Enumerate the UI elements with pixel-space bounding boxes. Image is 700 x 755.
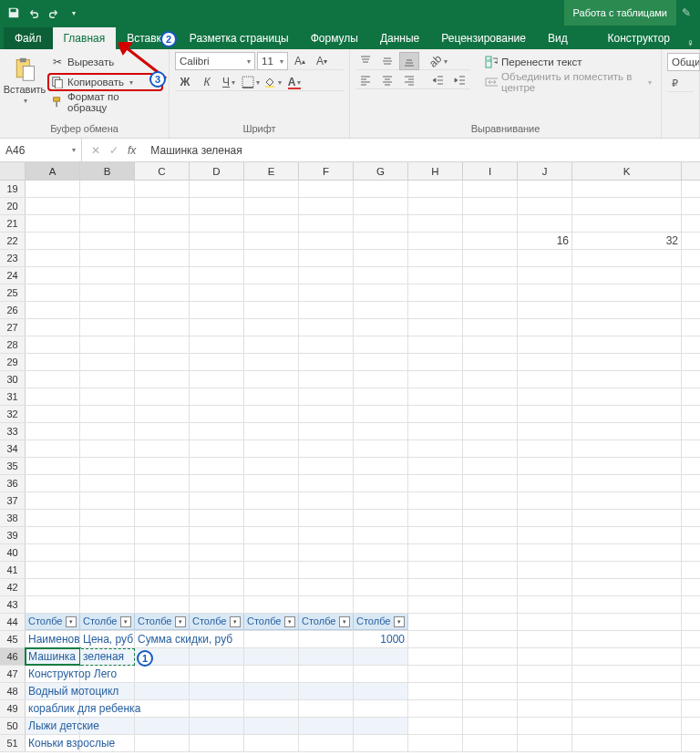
cell[interactable] xyxy=(518,458,572,474)
cell[interactable]: Наименов xyxy=(26,631,80,647)
cell[interactable] xyxy=(80,700,135,717)
cell[interactable] xyxy=(26,250,80,266)
row-header[interactable]: 49 xyxy=(0,700,26,717)
row-header[interactable]: 48 xyxy=(0,683,26,699)
cell[interactable] xyxy=(572,475,682,491)
cell[interactable] xyxy=(26,423,80,440)
align-middle-button[interactable] xyxy=(377,52,397,70)
row-header[interactable]: 20 xyxy=(0,198,26,214)
filter-icon[interactable]: ▾ xyxy=(284,616,295,627)
cell[interactable] xyxy=(518,371,572,388)
cell[interactable] xyxy=(354,492,408,509)
cell[interactable] xyxy=(80,527,135,543)
cell[interactable] xyxy=(463,700,518,717)
cell[interactable] xyxy=(299,475,354,491)
cell[interactable] xyxy=(244,683,299,699)
cell[interactable] xyxy=(463,371,518,388)
cell[interactable] xyxy=(135,527,190,543)
cell[interactable] xyxy=(354,458,408,474)
cell[interactable] xyxy=(354,735,408,751)
cell[interactable] xyxy=(190,267,244,284)
cell[interactable] xyxy=(408,735,463,751)
cell[interactable] xyxy=(299,406,354,422)
copy-button[interactable]: Копировать ▾ xyxy=(47,73,163,91)
italic-button[interactable]: К xyxy=(197,73,217,91)
cell[interactable] xyxy=(299,250,354,266)
cell[interactable]: 1000 xyxy=(354,631,408,647)
cell[interactable] xyxy=(135,492,190,509)
cell[interactable] xyxy=(299,683,354,699)
bold-button[interactable]: Ж xyxy=(175,73,195,91)
cell[interactable] xyxy=(572,406,682,422)
cell[interactable] xyxy=(408,544,463,561)
cell[interactable] xyxy=(299,562,354,578)
fill-color-button[interactable]: ▾ xyxy=(262,73,283,91)
cell[interactable] xyxy=(408,354,463,370)
col-header-J[interactable]: J xyxy=(518,162,572,180)
cell[interactable] xyxy=(572,648,682,665)
cell[interactable] xyxy=(572,250,682,266)
cell[interactable] xyxy=(408,267,463,284)
cell[interactable]: Машинка xyxy=(26,648,80,665)
cell[interactable] xyxy=(354,336,408,353)
cell[interactable] xyxy=(80,302,135,318)
cell[interactable] xyxy=(26,319,80,336)
cell[interactable] xyxy=(244,596,299,613)
align-bottom-button[interactable] xyxy=(399,52,419,70)
redo-button[interactable] xyxy=(44,3,64,23)
cell[interactable] xyxy=(135,475,190,491)
cell[interactable] xyxy=(572,700,682,717)
cell[interactable] xyxy=(299,302,354,318)
cell[interactable] xyxy=(518,423,572,440)
cell[interactable] xyxy=(80,267,135,284)
cell[interactable] xyxy=(190,181,244,197)
cell[interactable] xyxy=(244,700,299,717)
cut-button[interactable]: ✂ Вырезать xyxy=(47,53,163,71)
cell[interactable] xyxy=(244,198,299,214)
cell[interactable] xyxy=(26,354,80,370)
cell[interactable] xyxy=(190,492,244,509)
row-header[interactable]: 32 xyxy=(0,406,26,422)
cell[interactable] xyxy=(408,475,463,491)
row-header[interactable]: 21 xyxy=(0,215,26,232)
cell[interactable] xyxy=(572,579,682,595)
cell[interactable] xyxy=(135,181,190,197)
cell[interactable] xyxy=(354,562,408,578)
row-header[interactable]: 50 xyxy=(0,718,26,734)
cell[interactable] xyxy=(135,388,190,405)
paste-button[interactable]: Вставить ▾ xyxy=(5,53,44,111)
cell[interactable] xyxy=(26,371,80,388)
cell[interactable] xyxy=(408,198,463,214)
col-header-G[interactable]: G xyxy=(354,162,408,180)
wrap-text-button[interactable]: ab Перенести текст xyxy=(481,53,655,71)
filter-icon[interactable]: ▾ xyxy=(120,616,131,627)
cell[interactable] xyxy=(190,440,244,457)
row-header[interactable]: 51 xyxy=(0,735,26,751)
tab-view[interactable]: Вид xyxy=(537,27,579,49)
cell[interactable] xyxy=(26,233,80,249)
cell[interactable] xyxy=(572,544,682,561)
col-header-K[interactable]: K xyxy=(572,162,682,180)
cell[interactable] xyxy=(26,492,80,509)
cell[interactable] xyxy=(26,735,80,751)
cell[interactable] xyxy=(135,371,190,388)
cell[interactable] xyxy=(354,250,408,266)
cell[interactable] xyxy=(354,233,408,249)
cell[interactable] xyxy=(190,302,244,318)
row-header[interactable]: 41 xyxy=(0,562,26,578)
cell[interactable] xyxy=(299,440,354,457)
cell[interactable] xyxy=(408,631,463,647)
cell[interactable] xyxy=(572,371,682,388)
cell[interactable] xyxy=(572,267,682,284)
quick-save-button[interactable] xyxy=(4,3,24,23)
cell[interactable] xyxy=(518,198,572,214)
cell[interactable] xyxy=(26,718,80,734)
cell[interactable] xyxy=(572,527,682,543)
cell[interactable] xyxy=(518,406,572,422)
cell[interactable] xyxy=(244,510,299,526)
row-header[interactable]: 27 xyxy=(0,319,26,336)
cell[interactable] xyxy=(190,388,244,405)
cell[interactable] xyxy=(80,250,135,266)
cell[interactable] xyxy=(135,406,190,422)
tab-formulas[interactable]: Формулы xyxy=(300,27,369,49)
